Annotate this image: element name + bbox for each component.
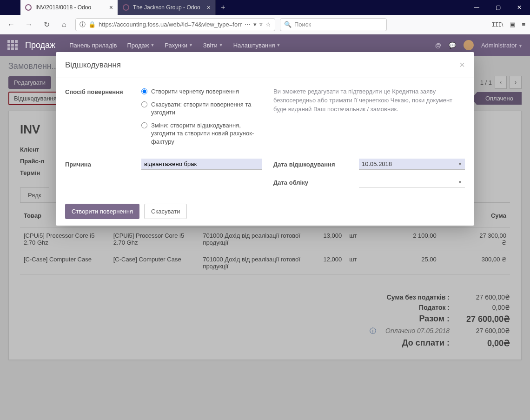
window-maximize[interactable]: ▢ bbox=[487, 0, 509, 15]
avatar[interactable] bbox=[464, 40, 474, 50]
odoo-favicon bbox=[25, 4, 32, 11]
date-refund-label: Дата відшкодування bbox=[273, 161, 348, 168]
reader-icon[interactable]: ▾ bbox=[253, 21, 257, 28]
method-label: Спосіб повернення bbox=[65, 87, 130, 150]
user-menu[interactable]: Administrator ▼ bbox=[481, 42, 523, 49]
library-icon[interactable]: ⵊⵊⵊ\ bbox=[492, 21, 504, 28]
close-tab-icon[interactable]: × bbox=[207, 4, 211, 11]
date-refund-input[interactable]: 10.05.2018▼ bbox=[359, 159, 465, 170]
lock-icon: 🔒 bbox=[88, 21, 96, 28]
refund-modal: Відшкодування × Спосіб повернення Створи… bbox=[56, 52, 474, 226]
window-close[interactable]: ✕ bbox=[509, 0, 530, 15]
reason-label: Причина bbox=[65, 161, 130, 168]
radio-cancel[interactable]: Скасувати: створити повернення та узгоди… bbox=[141, 100, 262, 117]
chat-icon[interactable]: 💬 bbox=[449, 42, 456, 49]
menu-sales[interactable]: Продаж▼ bbox=[127, 42, 154, 49]
ellipsis-icon[interactable]: ⋯ bbox=[245, 21, 251, 28]
odoo-favicon bbox=[123, 4, 129, 11]
new-tab-button[interactable]: + bbox=[216, 0, 231, 15]
window-minimize[interactable]: — bbox=[466, 0, 487, 15]
modal-title: Відшкодування bbox=[65, 60, 121, 70]
tab-title: The Jackson Group - Odoo bbox=[133, 4, 200, 11]
app-name[interactable]: Продаж bbox=[25, 40, 55, 50]
tab-title: INV/2018/0018 - Odoo bbox=[35, 4, 91, 11]
search-placeholder: Поиск bbox=[294, 21, 311, 28]
nav-home-icon[interactable]: ⌂ bbox=[58, 18, 71, 31]
support-icon[interactable]: @ bbox=[435, 42, 441, 49]
nav-back-icon[interactable]: ← bbox=[5, 18, 18, 31]
date-acc-label: Дата обліку bbox=[273, 179, 348, 186]
menu-invoices[interactable]: Рахунки▼ bbox=[165, 42, 193, 49]
nav-forward-icon[interactable]: → bbox=[22, 18, 35, 31]
info-icon: ⓘ bbox=[80, 20, 86, 29]
url-bar[interactable]: ⓘ 🔒 https://accounting.foss.ua/web#id=74… bbox=[75, 18, 275, 31]
sidebar-icon[interactable]: ▣ bbox=[510, 21, 515, 28]
browser-tab-active[interactable]: INV/2018/0018 - Odoo × bbox=[20, 0, 118, 15]
search-bar[interactable]: 🔍 Поиск bbox=[280, 18, 387, 31]
search-icon: 🔍 bbox=[284, 21, 292, 28]
url-text: https://accounting.foss.ua/web#id=74&vie… bbox=[99, 21, 242, 28]
browser-tabs: INV/2018/0018 - Odoo × The Jackson Group… bbox=[0, 0, 466, 15]
menu-reports[interactable]: Звіти▼ bbox=[203, 42, 223, 49]
apps-icon[interactable] bbox=[7, 40, 18, 50]
nav-reload-icon[interactable]: ↻ bbox=[40, 18, 53, 31]
radio-modify[interactable]: Зміни: створити відшкодування, узгодити … bbox=[141, 121, 262, 146]
menu-icon[interactable]: ≡ bbox=[522, 21, 525, 28]
cancel-button[interactable]: Скасувати bbox=[144, 204, 187, 219]
reason-input[interactable] bbox=[141, 159, 262, 170]
create-refund-button[interactable]: Створити повернення bbox=[65, 204, 139, 219]
radio-draft[interactable]: Створити чернетку повернення bbox=[141, 87, 262, 96]
browser-tab[interactable]: The Jackson Group - Odoo × bbox=[118, 0, 216, 15]
bookmark-icon[interactable]: ☆ bbox=[265, 21, 271, 28]
close-tab-icon[interactable]: × bbox=[109, 4, 113, 11]
date-acc-input[interactable]: ▼ bbox=[359, 177, 465, 187]
menu-settings[interactable]: Налаштування▼ bbox=[233, 42, 281, 49]
menu-dashboard[interactable]: Панель приладів bbox=[69, 42, 117, 49]
help-text: Ви зможете редагувати та підтвердити це … bbox=[273, 87, 465, 150]
close-icon[interactable]: × bbox=[459, 60, 465, 70]
pocket-icon[interactable]: ▿ bbox=[259, 21, 263, 28]
